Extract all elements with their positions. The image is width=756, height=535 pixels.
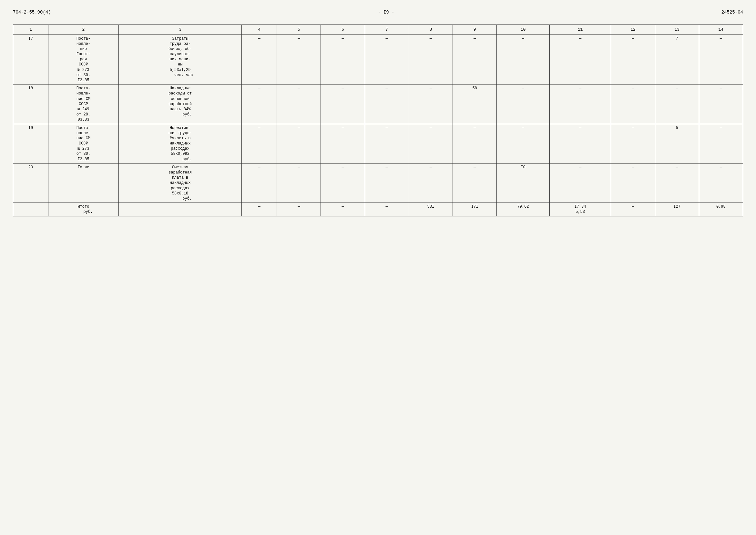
total-col6: — [321,203,365,216]
col-header-1: 1 [13,25,48,35]
cell-col5: — [277,84,321,124]
cell-col12: — [611,163,655,203]
header-left: 704-2-55.90(4) [13,10,51,15]
cell-col11: — [549,84,611,124]
cell-col2: Поста- новле- ние Госст- роя СССР № 273 … [48,35,118,84]
cell-col2: Поста- новле- ние СМ СССР № 249 от 28. 0… [48,84,118,124]
cell-col5: — [277,35,321,84]
cell-col9: — [453,163,497,203]
cell-col11: — [549,35,611,84]
cell-col12: — [611,124,655,163]
cell-col2: То же [48,163,118,203]
cell-col10: — [497,124,549,163]
cell-col10: — [497,84,549,124]
col-header-5: 5 [277,25,321,35]
col-header-3: 3 [118,25,241,35]
total-col12: — [611,203,655,216]
total-col14: 0,98 [699,203,743,216]
cell-col10: I0 [497,163,549,203]
total-col2: Итого руб. [48,203,118,216]
cell-col4: — [242,35,277,84]
cell-col13: 7 [655,35,699,84]
cell-col3: Затраты труда ра- бочих, об- служиваю- щ… [118,35,241,84]
cell-col6: — [321,84,365,124]
total-col9: I7I [453,203,497,216]
cell-col9: — [453,124,497,163]
cell-id: I9 [13,124,48,163]
total-col1 [13,203,48,216]
cell-col3: Сметная заработная плата в накладных рас… [118,163,241,203]
cell-col4: — [242,163,277,203]
col-header-9: 9 [453,25,497,35]
cell-col5: — [277,124,321,163]
cell-col14: — [699,163,743,203]
col-header-14: 14 [699,25,743,35]
cell-col13: 5 [655,124,699,163]
total-col7: — [365,203,409,216]
cell-col7: — [365,35,409,84]
col-header-13: 13 [655,25,699,35]
header-row: 1 2 3 4 5 6 7 8 9 10 11 12 13 14 [13,25,743,35]
main-table: 1 2 3 4 5 6 7 8 9 10 11 12 13 14 I7Поста… [13,24,743,216]
cell-col4: — [242,124,277,163]
total-col4: — [242,203,277,216]
cell-col7: — [365,124,409,163]
col-header-8: 8 [409,25,453,35]
table-row: I8Поста- новле- ние СМ СССР № 249 от 28.… [13,84,743,124]
cell-col11: — [549,124,611,163]
cell-col6: — [321,163,365,203]
cell-id: 20 [13,163,48,203]
cell-col3: Накладные расходы от основной заработной… [118,84,241,124]
table-row: I7Поста- новле- ние Госст- роя СССР № 27… [13,35,743,84]
cell-col11: — [549,163,611,203]
cell-col6: — [321,124,365,163]
total-col11: I7,345,53 [549,203,611,216]
cell-col8: — [409,35,453,84]
total-row: Итого руб.————53II7I79,62I7,345,53—I270,… [13,203,743,216]
cell-col8: — [409,163,453,203]
col-header-10: 10 [497,25,549,35]
cell-col7: — [365,163,409,203]
total-col10: 79,62 [497,203,549,216]
total-col8: 53I [409,203,453,216]
cell-col4: — [242,84,277,124]
page-header: 704-2-55.90(4) - I9 - 24525-04 [13,10,743,15]
cell-col8: — [409,124,453,163]
header-right: 24525-04 [721,10,743,15]
col-header-2: 2 [48,25,118,35]
cell-col14: — [699,124,743,163]
total-col13: I27 [655,203,699,216]
cell-id: I8 [13,84,48,124]
table-row: 20То жеСметная заработная плата в наклад… [13,163,743,203]
cell-col9: 58 [453,84,497,124]
cell-col7: — [365,84,409,124]
cell-col13: — [655,163,699,203]
cell-col5: — [277,163,321,203]
col-header-12: 12 [611,25,655,35]
total-col5: — [277,203,321,216]
cell-id: I7 [13,35,48,84]
cell-col2: Поста- новле- ние СМ СССР № 273 от 30. I… [48,124,118,163]
cell-col6: — [321,35,365,84]
cell-col10: — [497,35,549,84]
col-header-4: 4 [242,25,277,35]
cell-col13: — [655,84,699,124]
col-header-11: 11 [549,25,611,35]
table-row: I9Поста- новле- ние СМ СССР № 273 от 30.… [13,124,743,163]
cell-col14: — [699,84,743,124]
cell-col3: Норматив- ная трудо- ёмкость в накладных… [118,124,241,163]
cell-col12: — [611,35,655,84]
cell-col12: — [611,84,655,124]
total-col3 [118,203,241,216]
cell-col14: — [699,35,743,84]
col-header-7: 7 [365,25,409,35]
cell-col9: — [453,35,497,84]
cell-col8: — [409,84,453,124]
col-header-6: 6 [321,25,365,35]
header-center: - I9 - [378,10,394,15]
